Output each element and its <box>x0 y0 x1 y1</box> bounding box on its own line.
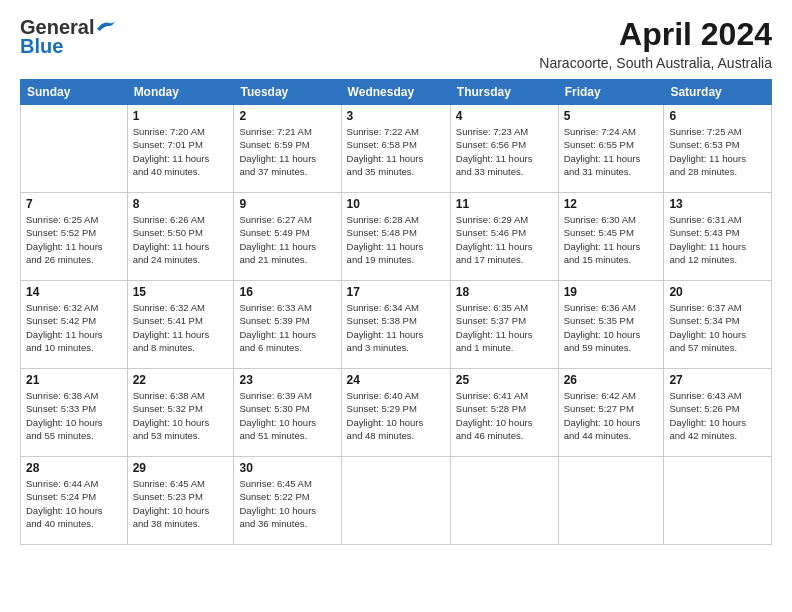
week-row-3: 14Sunrise: 6:32 AMSunset: 5:42 PMDayligh… <box>21 281 772 369</box>
day-number: 11 <box>456 197 553 211</box>
day-info: Sunrise: 6:25 AMSunset: 5:52 PMDaylight:… <box>26 213 122 266</box>
table-row: 14Sunrise: 6:32 AMSunset: 5:42 PMDayligh… <box>21 281 128 369</box>
day-number: 2 <box>239 109 335 123</box>
header: General Blue April 2024 Naracoorte, Sout… <box>20 16 772 71</box>
table-row: 21Sunrise: 6:38 AMSunset: 5:33 PMDayligh… <box>21 369 128 457</box>
table-row: 29Sunrise: 6:45 AMSunset: 5:23 PMDayligh… <box>127 457 234 545</box>
table-row: 12Sunrise: 6:30 AMSunset: 5:45 PMDayligh… <box>558 193 664 281</box>
table-row: 15Sunrise: 6:32 AMSunset: 5:41 PMDayligh… <box>127 281 234 369</box>
day-info: Sunrise: 6:43 AMSunset: 5:26 PMDaylight:… <box>669 389 766 442</box>
day-info: Sunrise: 6:42 AMSunset: 5:27 PMDaylight:… <box>564 389 659 442</box>
table-row: 8Sunrise: 6:26 AMSunset: 5:50 PMDaylight… <box>127 193 234 281</box>
day-info: Sunrise: 6:30 AMSunset: 5:45 PMDaylight:… <box>564 213 659 266</box>
col-header-monday: Monday <box>127 80 234 105</box>
table-row: 27Sunrise: 6:43 AMSunset: 5:26 PMDayligh… <box>664 369 772 457</box>
table-row <box>450 457 558 545</box>
day-info: Sunrise: 6:45 AMSunset: 5:22 PMDaylight:… <box>239 477 335 530</box>
table-row: 2Sunrise: 7:21 AMSunset: 6:59 PMDaylight… <box>234 105 341 193</box>
day-info: Sunrise: 6:32 AMSunset: 5:42 PMDaylight:… <box>26 301 122 354</box>
day-info: Sunrise: 6:33 AMSunset: 5:39 PMDaylight:… <box>239 301 335 354</box>
day-info: Sunrise: 6:39 AMSunset: 5:30 PMDaylight:… <box>239 389 335 442</box>
day-info: Sunrise: 6:27 AMSunset: 5:49 PMDaylight:… <box>239 213 335 266</box>
day-number: 12 <box>564 197 659 211</box>
table-row: 25Sunrise: 6:41 AMSunset: 5:28 PMDayligh… <box>450 369 558 457</box>
week-row-5: 28Sunrise: 6:44 AMSunset: 5:24 PMDayligh… <box>21 457 772 545</box>
table-row: 30Sunrise: 6:45 AMSunset: 5:22 PMDayligh… <box>234 457 341 545</box>
day-info: Sunrise: 6:44 AMSunset: 5:24 PMDaylight:… <box>26 477 122 530</box>
day-number: 25 <box>456 373 553 387</box>
table-row: 9Sunrise: 6:27 AMSunset: 5:49 PMDaylight… <box>234 193 341 281</box>
day-number: 26 <box>564 373 659 387</box>
table-row: 5Sunrise: 7:24 AMSunset: 6:55 PMDaylight… <box>558 105 664 193</box>
table-row: 24Sunrise: 6:40 AMSunset: 5:29 PMDayligh… <box>341 369 450 457</box>
logo-blue: Blue <box>20 35 63 58</box>
day-number: 7 <box>26 197 122 211</box>
week-row-1: 1Sunrise: 7:20 AMSunset: 7:01 PMDaylight… <box>21 105 772 193</box>
day-info: Sunrise: 6:36 AMSunset: 5:35 PMDaylight:… <box>564 301 659 354</box>
table-row: 26Sunrise: 6:42 AMSunset: 5:27 PMDayligh… <box>558 369 664 457</box>
table-row: 23Sunrise: 6:39 AMSunset: 5:30 PMDayligh… <box>234 369 341 457</box>
day-number: 24 <box>347 373 445 387</box>
day-info: Sunrise: 6:28 AMSunset: 5:48 PMDaylight:… <box>347 213 445 266</box>
table-row: 18Sunrise: 6:35 AMSunset: 5:37 PMDayligh… <box>450 281 558 369</box>
day-info: Sunrise: 6:32 AMSunset: 5:41 PMDaylight:… <box>133 301 229 354</box>
day-number: 28 <box>26 461 122 475</box>
calendar-header-row: Sunday Monday Tuesday Wednesday Thursday… <box>21 80 772 105</box>
table-row: 28Sunrise: 6:44 AMSunset: 5:24 PMDayligh… <box>21 457 128 545</box>
day-number: 18 <box>456 285 553 299</box>
day-number: 20 <box>669 285 766 299</box>
day-number: 29 <box>133 461 229 475</box>
day-number: 1 <box>133 109 229 123</box>
table-row: 20Sunrise: 6:37 AMSunset: 5:34 PMDayligh… <box>664 281 772 369</box>
col-header-saturday: Saturday <box>664 80 772 105</box>
logo: General Blue <box>20 16 117 58</box>
day-number: 15 <box>133 285 229 299</box>
col-header-sunday: Sunday <box>21 80 128 105</box>
day-number: 13 <box>669 197 766 211</box>
table-row: 11Sunrise: 6:29 AMSunset: 5:46 PMDayligh… <box>450 193 558 281</box>
col-header-wednesday: Wednesday <box>341 80 450 105</box>
table-row <box>558 457 664 545</box>
day-number: 16 <box>239 285 335 299</box>
table-row: 10Sunrise: 6:28 AMSunset: 5:48 PMDayligh… <box>341 193 450 281</box>
day-info: Sunrise: 6:34 AMSunset: 5:38 PMDaylight:… <box>347 301 445 354</box>
table-row: 1Sunrise: 7:20 AMSunset: 7:01 PMDaylight… <box>127 105 234 193</box>
day-info: Sunrise: 7:22 AMSunset: 6:58 PMDaylight:… <box>347 125 445 178</box>
table-row <box>341 457 450 545</box>
month-year-title: April 2024 <box>539 16 772 53</box>
table-row: 7Sunrise: 6:25 AMSunset: 5:52 PMDaylight… <box>21 193 128 281</box>
day-info: Sunrise: 7:23 AMSunset: 6:56 PMDaylight:… <box>456 125 553 178</box>
table-row: 4Sunrise: 7:23 AMSunset: 6:56 PMDaylight… <box>450 105 558 193</box>
table-row: 16Sunrise: 6:33 AMSunset: 5:39 PMDayligh… <box>234 281 341 369</box>
day-number: 30 <box>239 461 335 475</box>
table-row: 3Sunrise: 7:22 AMSunset: 6:58 PMDaylight… <box>341 105 450 193</box>
table-row: 6Sunrise: 7:25 AMSunset: 6:53 PMDaylight… <box>664 105 772 193</box>
day-number: 19 <box>564 285 659 299</box>
week-row-4: 21Sunrise: 6:38 AMSunset: 5:33 PMDayligh… <box>21 369 772 457</box>
page: General Blue April 2024 Naracoorte, Sout… <box>0 0 792 555</box>
day-number: 6 <box>669 109 766 123</box>
day-info: Sunrise: 7:25 AMSunset: 6:53 PMDaylight:… <box>669 125 766 178</box>
day-number: 21 <box>26 373 122 387</box>
day-number: 14 <box>26 285 122 299</box>
day-info: Sunrise: 6:45 AMSunset: 5:23 PMDaylight:… <box>133 477 229 530</box>
day-info: Sunrise: 6:40 AMSunset: 5:29 PMDaylight:… <box>347 389 445 442</box>
day-info: Sunrise: 6:26 AMSunset: 5:50 PMDaylight:… <box>133 213 229 266</box>
day-number: 27 <box>669 373 766 387</box>
week-row-2: 7Sunrise: 6:25 AMSunset: 5:52 PMDaylight… <box>21 193 772 281</box>
col-header-friday: Friday <box>558 80 664 105</box>
title-area: April 2024 Naracoorte, South Australia, … <box>539 16 772 71</box>
day-info: Sunrise: 6:35 AMSunset: 5:37 PMDaylight:… <box>456 301 553 354</box>
table-row: 13Sunrise: 6:31 AMSunset: 5:43 PMDayligh… <box>664 193 772 281</box>
day-info: Sunrise: 7:21 AMSunset: 6:59 PMDaylight:… <box>239 125 335 178</box>
table-row: 19Sunrise: 6:36 AMSunset: 5:35 PMDayligh… <box>558 281 664 369</box>
day-info: Sunrise: 6:37 AMSunset: 5:34 PMDaylight:… <box>669 301 766 354</box>
day-number: 23 <box>239 373 335 387</box>
table-row <box>21 105 128 193</box>
table-row <box>664 457 772 545</box>
day-info: Sunrise: 7:20 AMSunset: 7:01 PMDaylight:… <box>133 125 229 178</box>
day-info: Sunrise: 7:24 AMSunset: 6:55 PMDaylight:… <box>564 125 659 178</box>
day-number: 10 <box>347 197 445 211</box>
day-number: 17 <box>347 285 445 299</box>
day-info: Sunrise: 6:41 AMSunset: 5:28 PMDaylight:… <box>456 389 553 442</box>
